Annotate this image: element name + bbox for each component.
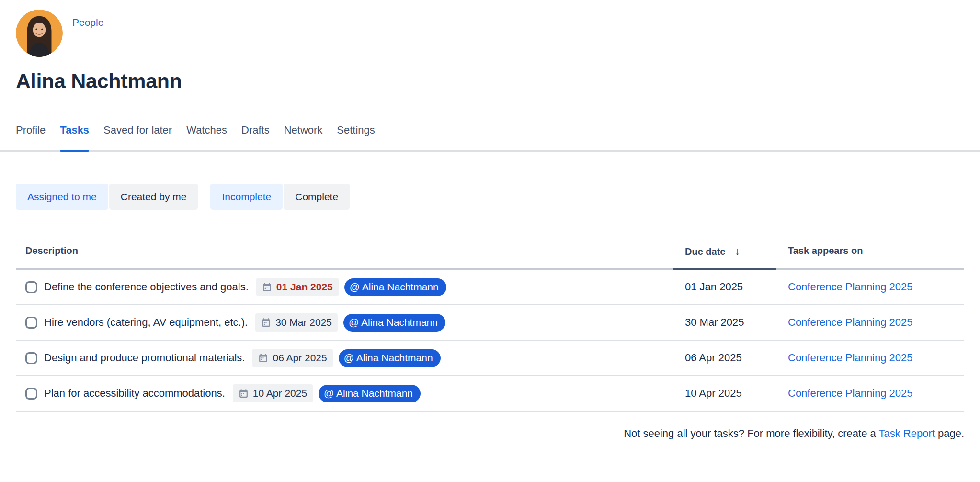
- assignment-filter-group: Assigned to me Created by me: [16, 184, 198, 210]
- table-row: Define the conference objectives and goa…: [16, 270, 964, 305]
- table-row: Plan for accessibility accommodations. 1…: [16, 376, 964, 412]
- calendar-icon: [262, 282, 272, 292]
- task-appears-on-link[interactable]: Conference Planning 2025: [788, 352, 913, 364]
- column-header-task-appears-on: Task appears on: [776, 237, 964, 270]
- tab-network[interactable]: Network: [284, 124, 323, 150]
- task-report-link[interactable]: Task Report: [878, 427, 934, 439]
- task-checkbox[interactable]: [25, 388, 37, 400]
- task-date-lozenge: 10 Apr 2025: [233, 384, 313, 402]
- tab-tasks[interactable]: Tasks: [60, 124, 89, 150]
- tab-watches[interactable]: Watches: [186, 124, 227, 150]
- table-row: Design and produce promotional materials…: [16, 341, 964, 376]
- filter-created-by-me[interactable]: Created by me: [109, 184, 198, 210]
- task-description: Define the conference objectives and goa…: [44, 281, 249, 293]
- tab-saved-for-later[interactable]: Saved for later: [103, 124, 172, 150]
- appears-on-cell: Conference Planning 2025: [776, 316, 964, 329]
- tab-drafts[interactable]: Drafts: [241, 124, 270, 150]
- appears-on-cell: Conference Planning 2025: [776, 352, 964, 364]
- status-filter-group: Incomplete Complete: [210, 184, 350, 210]
- calendar-icon: [261, 318, 271, 328]
- appears-on-cell: Conference Planning 2025: [776, 281, 964, 293]
- task-filters: Assigned to me Created by me Incomplete …: [16, 184, 964, 210]
- column-header-due-date[interactable]: Due date ↓: [673, 237, 776, 270]
- filter-complete[interactable]: Complete: [284, 184, 350, 210]
- mention-pill[interactable]: @ Alina Nachtmann: [344, 278, 446, 296]
- task-date-lozenge: 06 Apr 2025: [252, 349, 332, 367]
- appears-on-cell: Conference Planning 2025: [776, 387, 964, 400]
- tasks-panel: Assigned to me Created by me Incomplete …: [0, 184, 980, 440]
- people-profile-page: People Alina Nachtmann Profile Tasks Sav…: [0, 0, 980, 482]
- page-title: Alina Nachtmann: [16, 69, 964, 92]
- task-description-cell: Define the conference objectives and goa…: [16, 278, 673, 296]
- tab-profile[interactable]: Profile: [16, 124, 46, 150]
- hint-text-before: Not seeing all your tasks? For more flex…: [624, 427, 878, 439]
- task-description: Plan for accessibility accommodations.: [44, 387, 225, 400]
- task-checkbox[interactable]: [25, 281, 37, 293]
- sort-descending-icon: ↓: [735, 245, 740, 257]
- task-date-lozenge: 01 Jan 2025: [256, 278, 339, 296]
- profile-header: People: [16, 0, 964, 57]
- table-header-row: Description Due date ↓ Task appears on: [16, 237, 964, 270]
- column-header-description: Description: [16, 237, 673, 270]
- calendar-icon: [258, 353, 268, 363]
- mention-pill[interactable]: @ Alina Nachtmann: [339, 349, 441, 367]
- task-description: Design and produce promotional materials…: [44, 352, 245, 364]
- due-date-cell: 01 Jan 2025: [673, 281, 776, 293]
- tab-settings[interactable]: Settings: [337, 124, 375, 150]
- task-report-hint: Not seeing all your tasks? For more flex…: [16, 427, 964, 440]
- inline-due-date: 30 Mar 2025: [275, 317, 332, 328]
- inline-due-date: 01 Jan 2025: [276, 281, 333, 293]
- task-description-cell: Plan for accessibility accommodations. 1…: [16, 384, 673, 402]
- due-date-cell: 30 Mar 2025: [673, 316, 776, 329]
- due-date-cell: 10 Apr 2025: [673, 387, 776, 400]
- due-date-cell: 06 Apr 2025: [673, 352, 776, 364]
- breadcrumb-people-link[interactable]: People: [72, 17, 103, 28]
- task-description: Hire vendors (catering, AV equipment, et…: [44, 316, 248, 329]
- task-checkbox[interactable]: [25, 317, 37, 329]
- calendar-icon: [239, 389, 249, 399]
- profile-tabs-bar: Profile Tasks Saved for later Watches Dr…: [0, 124, 980, 152]
- task-checkbox[interactable]: [25, 352, 37, 364]
- task-appears-on-link[interactable]: Conference Planning 2025: [788, 316, 913, 328]
- task-appears-on-link[interactable]: Conference Planning 2025: [788, 387, 913, 399]
- task-description-cell: Design and produce promotional materials…: [16, 349, 673, 367]
- inline-due-date: 06 Apr 2025: [273, 352, 327, 364]
- due-date-header-label: Due date: [685, 246, 725, 257]
- task-date-lozenge: 30 Mar 2025: [255, 313, 338, 332]
- tasks-table: Description Due date ↓ Task appears on D…: [16, 237, 964, 412]
- mention-pill[interactable]: @ Alina Nachtmann: [343, 314, 445, 332]
- filter-incomplete[interactable]: Incomplete: [210, 184, 283, 210]
- mention-pill[interactable]: @ Alina Nachtmann: [319, 385, 421, 402]
- inline-due-date: 10 Apr 2025: [253, 388, 307, 399]
- task-appears-on-link[interactable]: Conference Planning 2025: [788, 281, 913, 293]
- filter-assigned-to-me[interactable]: Assigned to me: [16, 184, 108, 210]
- hint-text-after: page.: [935, 427, 964, 439]
- table-row: Hire vendors (catering, AV equipment, et…: [16, 305, 964, 341]
- task-description-cell: Hire vendors (catering, AV equipment, et…: [16, 313, 673, 332]
- avatar: [16, 10, 63, 57]
- avatar-illustration: [16, 10, 63, 57]
